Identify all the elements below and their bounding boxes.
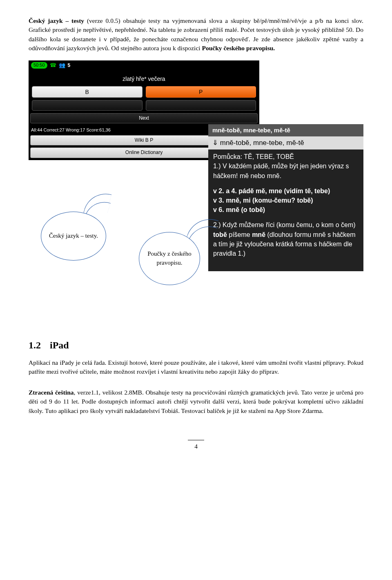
section-number: 1.2: [29, 340, 41, 350]
quiz-question: zlatý hře* večera: [29, 71, 259, 86]
tip-p2b: v 3. mně, mi (komu-čemu? tobě): [213, 197, 313, 204]
tip-p2a: v 2. a 4. pádě mě, mne (vidím tě, tebe): [213, 187, 330, 194]
tip-p1b: 1.) V každém pádě, může být jen jeden vý…: [213, 163, 349, 179]
choice-p-button[interactable]: P: [146, 86, 256, 98]
tip-p2: v 2. a 4. pádě mě, mne (vidím tě, tebe) …: [213, 186, 359, 215]
ztracena-cestina-text: , verze1.1, velikost 2.8MB. Obsahuje tes…: [29, 389, 363, 414]
tip-p2c: v 6. mně (o tobě): [213, 206, 265, 213]
tip-p3a: 2.) Když můžeme říci (komu čemu, o kom o…: [213, 221, 356, 228]
choice-b-button[interactable]: B: [32, 86, 143, 98]
ztracena-cestina-paragraph: Ztracená čeština, verze1.1, velikost 2.8…: [29, 388, 363, 415]
tip-p1: Pomůcka: TĚ, TEBE, TOBĚ 1.) V každém pád…: [213, 152, 359, 181]
empty-nav-1[interactable]: [32, 100, 143, 110]
people-icon: 👥: [59, 62, 65, 69]
ztracena-cestina-bold: Ztracená čeština: [29, 389, 74, 396]
tip-p3: 2.) Když můžeme říci (komu čemu, o kom o…: [213, 220, 359, 258]
screenshot-area: 50:50 ☎ 👥 5 zlatý hře* večera B P Next A…: [29, 60, 363, 322]
timer-badge: 50:50: [31, 62, 47, 69]
phone-icon: ☎: [50, 62, 56, 69]
tip-header-dark: mně-tobě, mne-tebe, mě-tě: [208, 124, 363, 136]
next-button[interactable]: Next: [30, 113, 258, 123]
tip-p3d: mně: [252, 231, 265, 238]
tip-body: Pomůcka: TĚ, TEBE, TOBĚ 1.) V každém pád…: [208, 149, 363, 266]
app-name-bold: Český jazyk – testy: [29, 17, 84, 24]
callout-bubble-right: Poučky z českého pravopisu.: [139, 232, 200, 285]
tip-p1a: Pomůcka: TĚ, TEBE, TOBĚ: [213, 153, 294, 160]
intro-paragraph: Český jazyk – testy (verze 0.0.5) obsahu…: [29, 16, 363, 53]
tip-screenshot-right: mně-tobě, mne-tebe, mě-tě ⇓ mně-tobě, mn…: [208, 124, 363, 271]
ipad-intro-paragraph: Aplikací na iPady je celá řada. Existují…: [29, 358, 363, 377]
section-heading-ipad: 1.2iPad: [29, 338, 363, 352]
page-number: 4: [194, 443, 198, 450]
tip-p3c: píšeme: [227, 231, 252, 238]
footer-rule: [188, 440, 204, 440]
poucky-bold: Poučky českého pravopisu.: [202, 45, 275, 51]
empty-nav-2[interactable]: [146, 100, 256, 110]
page-footer: 4: [29, 440, 363, 451]
section-title: iPad: [50, 340, 69, 350]
status-bar: 50:50 ☎ 👥 5: [29, 60, 259, 71]
callout-bubble-left: Český jazyk – testy.: [41, 212, 106, 261]
down-arrow-icon: ⇓: [212, 139, 218, 147]
question-count: 5: [68, 62, 71, 69]
tip-header-text: mně-tobě, mne-tebe, mě-tě: [218, 139, 304, 147]
tip-header-light: ⇓ mně-tobě, mne-tebe, mě-tě: [208, 136, 363, 150]
